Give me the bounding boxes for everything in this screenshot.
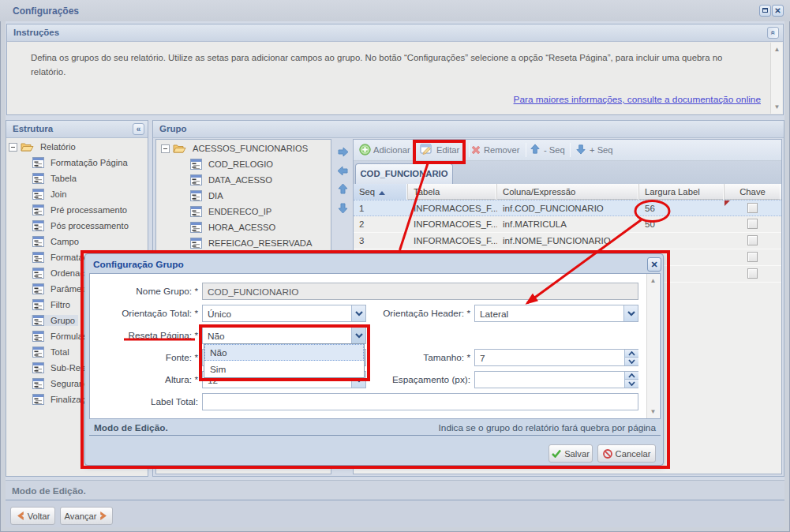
field-node-3[interactable]: ENDERECO_IP xyxy=(156,204,315,219)
field-node-1[interactable]: DATA_ACESSO xyxy=(156,172,315,188)
cell-largura: 50 xyxy=(639,216,724,232)
cell-tabela: INFORMACOES_F... xyxy=(408,200,497,215)
scroll-up-icon[interactable]: ▲ xyxy=(649,276,657,285)
combo-trigger-icon[interactable] xyxy=(623,305,638,321)
column-header-chave[interactable]: Chave xyxy=(724,184,781,200)
tree-node-relatorio[interactable]: Relatório xyxy=(6,139,132,155)
editar-button[interactable]: Editar xyxy=(436,145,459,155)
instructions-text: Defina os grupos do seu relatório. Utili… xyxy=(31,51,765,79)
document-icon xyxy=(190,190,202,201)
tree-node-4[interactable]: Pós processamento xyxy=(6,218,132,234)
window-titlebar: Configurações ✕ xyxy=(0,0,790,21)
field-node-4[interactable]: HORA_ACESSO xyxy=(156,219,315,235)
menos-seq-button[interactable]: - Seq xyxy=(544,145,565,155)
chave-checkbox[interactable] xyxy=(747,268,758,279)
chave-checkbox[interactable] xyxy=(747,203,758,213)
voltar-button[interactable]: Voltar xyxy=(10,507,55,525)
move-down-icon[interactable] xyxy=(337,202,349,214)
salvar-button[interactable]: Salvar xyxy=(549,444,593,463)
tree-node-0[interactable]: Formatação Página xyxy=(6,155,132,170)
move-right-icon[interactable] xyxy=(337,146,349,158)
column-header-coluna[interactable]: Coluna/Expressão xyxy=(497,184,639,200)
collapse-icon[interactable]: « xyxy=(767,27,779,39)
orientacao-header-combo[interactable]: Lateral xyxy=(474,305,638,322)
dropdown-option-nao[interactable]: Não xyxy=(204,344,364,361)
field-node-2[interactable]: DIA xyxy=(156,188,315,204)
label-total-label: Label Total: xyxy=(151,396,198,407)
column-header-tabela[interactable]: Tabela xyxy=(408,184,497,200)
dialog-scrollbar[interactable]: ▲ ▼ xyxy=(646,274,659,418)
combo-trigger-icon[interactable] xyxy=(351,328,365,343)
dropdown-option-sim[interactable]: Sim xyxy=(204,361,364,377)
cancelar-button[interactable]: Cancelar xyxy=(597,444,656,463)
field-node-0[interactable]: COD_RELOGIO xyxy=(156,156,315,172)
spin-down-icon[interactable] xyxy=(625,358,638,365)
status-bar: Modo de Edição. xyxy=(6,480,784,500)
dialog-close-button[interactable]: ✕ xyxy=(647,257,661,272)
column-header-largura[interactable]: Largura Label xyxy=(639,184,724,200)
close-button[interactable]: ✕ xyxy=(772,5,784,17)
collapse-left-icon[interactable]: « xyxy=(133,123,144,135)
avancar-button[interactable]: Avançar xyxy=(60,507,113,525)
cell-largura xyxy=(639,233,724,249)
scroll-up-icon[interactable]: ▲ xyxy=(773,45,781,54)
tree-item-label: Grupo xyxy=(47,315,78,326)
move-left-icon[interactable] xyxy=(337,165,349,177)
toolbar-separator xyxy=(469,143,470,157)
tree-node-5[interactable]: Campo xyxy=(6,234,132,249)
add-icon xyxy=(359,144,371,155)
espacamento-label: Espaçamento (px): xyxy=(392,374,470,385)
maximize-button[interactable] xyxy=(759,5,771,17)
dirty-cell-icon xyxy=(724,200,730,206)
orientacao-total-combo[interactable]: Único xyxy=(202,305,366,322)
chave-checkbox[interactable] xyxy=(747,219,758,229)
toolbar-separator xyxy=(526,143,526,157)
document-icon xyxy=(190,206,202,217)
window-title: Configurações xyxy=(13,6,79,17)
document-icon xyxy=(32,362,44,373)
tab-cod-funcionario[interactable]: COD_FUNCIONARIO xyxy=(355,163,453,184)
tree-item-label: HORA_ACESSO xyxy=(205,222,279,233)
collapse-minus-icon[interactable] xyxy=(161,144,170,153)
tree-node-3[interactable]: Pré processamento xyxy=(6,202,132,218)
grid-row-3[interactable]: 3INFORMACOES_F...inf.NOME_FUNCIONARIO xyxy=(354,233,781,249)
document-icon xyxy=(32,236,44,247)
scroll-down-icon[interactable]: ▼ xyxy=(649,407,657,416)
spin-down-icon[interactable] xyxy=(625,380,638,388)
field-node-5[interactable]: REFEICAO_RESERVADA xyxy=(156,235,315,251)
document-icon xyxy=(32,173,44,184)
grid-row-1[interactable]: 1INFORMACOES_F...inf.COD_FUNCIONARIO56 xyxy=(354,200,781,216)
tamanho-spinner[interactable]: 7 xyxy=(474,349,638,366)
tree-node-acessos[interactable]: ACESSOS_FUNCIONARIOS xyxy=(156,140,315,156)
spinner-buttons[interactable] xyxy=(624,350,638,365)
combo-trigger-icon[interactable] xyxy=(351,305,365,321)
reseta-pagina-combo[interactable]: Não xyxy=(202,327,366,344)
scroll-down-icon[interactable]: ▼ xyxy=(773,103,781,111)
spinner-buttons[interactable] xyxy=(624,372,638,388)
instructions-scrollbar[interactable]: ▲ ▼ xyxy=(770,43,782,114)
nome-grupo-field[interactable]: COD_FUNCIONARIO xyxy=(202,283,638,300)
tree-item-label: Filtro xyxy=(47,299,73,310)
spin-up-icon[interactable] xyxy=(625,372,638,380)
tamanho-value: 7 xyxy=(480,353,485,364)
mais-seq-button[interactable]: + Seq xyxy=(590,145,613,155)
reseta-pagina-dropdown: Não Sim xyxy=(204,343,365,378)
grid-row-2[interactable]: 2INFORMACOES_F...inf.MATRICULA50 xyxy=(354,216,781,233)
tree-item-label: Join xyxy=(47,189,70,200)
chave-checkbox[interactable] xyxy=(747,235,758,245)
tree-node-1[interactable]: Tabela xyxy=(6,170,132,186)
column-header-seq[interactable]: Seq xyxy=(354,184,408,200)
fonte-label: Fonte: * xyxy=(166,352,198,363)
chave-checkbox[interactable] xyxy=(747,252,758,262)
label-total-field[interactable] xyxy=(202,393,638,410)
collapse-minus-icon[interactable] xyxy=(9,143,17,152)
espacamento-spinner[interactable] xyxy=(474,371,638,388)
adicionar-button[interactable]: Adicionar xyxy=(373,145,410,155)
documentation-link[interactable]: Para maiores informações, consulte a doc… xyxy=(514,94,761,105)
spin-up-icon[interactable] xyxy=(625,350,638,358)
remover-button[interactable]: Remover xyxy=(484,145,519,155)
dialog-body: Nome Grupo: * COD_FUNCIONARIO Orientação… xyxy=(89,273,661,419)
move-up-icon[interactable] xyxy=(337,183,349,195)
configuracoes-window: Configurações ✕ Instruções « Defina os g… xyxy=(0,0,790,532)
tree-node-2[interactable]: Join xyxy=(6,186,132,202)
